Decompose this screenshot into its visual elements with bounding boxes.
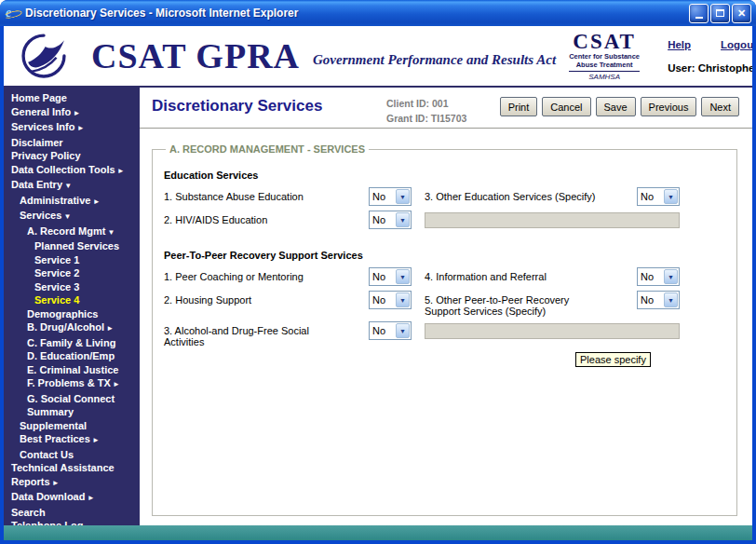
logout-link[interactable]: Logout bbox=[721, 39, 752, 50]
brand-subtitle: Government Performance and Results Act bbox=[313, 52, 556, 68]
sidebar-item-services[interactable]: Services ▼ bbox=[4, 209, 140, 224]
sidebar-item-label: Data Collection Tools bbox=[11, 164, 115, 175]
triangle-right-icon: ► bbox=[115, 167, 125, 175]
sidebar-item-planned-services[interactable]: Planned Services bbox=[4, 239, 140, 253]
cancel-button[interactable]: Cancel bbox=[542, 97, 590, 116]
sidebar-item-service-3[interactable]: Service 3 bbox=[4, 280, 140, 294]
sidebar-item-services-info[interactable]: Services Info ► bbox=[4, 120, 140, 136]
user-label: User: Christopher Shumway bbox=[668, 62, 752, 74]
sidebar-item-general-info[interactable]: General Info ► bbox=[4, 105, 140, 121]
sidebar-item-reports[interactable]: Reports ► bbox=[4, 475, 140, 491]
select-value: No bbox=[638, 268, 663, 285]
chevron-down-icon: ▼ bbox=[396, 269, 410, 284]
triangle-down-icon: ▼ bbox=[62, 182, 72, 190]
print-button[interactable]: Print bbox=[500, 97, 538, 116]
sidebar-item-data-collection-tools[interactable]: Data Collection Tools ► bbox=[4, 163, 140, 179]
titlebar[interactable]: e Discretionary Services - Microsoft Int… bbox=[0, 0, 756, 26]
sidebar-item-best-practices[interactable]: Best Practices ► bbox=[4, 432, 140, 448]
minimize-icon bbox=[695, 17, 703, 19]
triangle-right-icon: ► bbox=[90, 197, 100, 206]
sidebar-item-summary[interactable]: Summary bbox=[4, 405, 140, 419]
other-education-services-input bbox=[425, 212, 680, 228]
sidebar-item-a-record-mgmt[interactable]: A. Record Mgmt ▼ bbox=[4, 224, 140, 240]
sidebar-item-demographics[interactable]: Demographics bbox=[4, 307, 140, 321]
brand-logo: CSAT GPRA Government Performance and Res… bbox=[91, 41, 556, 71]
other-education-services-select[interactable]: No ▼ bbox=[637, 187, 680, 206]
sidebar-item-data-entry[interactable]: Data Entry ▼ bbox=[4, 178, 140, 194]
record-ids: Client ID: 001 Grant ID: TI15703 bbox=[386, 97, 466, 127]
sidebar-item-label: Contact Us bbox=[20, 449, 74, 460]
maximize-button[interactable] bbox=[710, 4, 730, 23]
triangle-right-icon: ► bbox=[85, 494, 94, 502]
app-header: CSAT GPRA Government Performance and Res… bbox=[4, 26, 752, 88]
triangle-right-icon: ► bbox=[90, 436, 100, 444]
triangle-right-icon: ► bbox=[74, 124, 84, 132]
internet-explorer-icon[interactable]: e bbox=[6, 6, 20, 20]
sidebar-item-administrative[interactable]: Administrative ► bbox=[4, 194, 140, 210]
other-peer-recovery-label: 5. Other Peer-to-Peer Recovery Support S… bbox=[425, 291, 594, 317]
sidebar-item-disclaimer[interactable]: Disclaimer bbox=[4, 136, 140, 150]
sidebar-item-c-family-living[interactable]: C. Family & Living bbox=[4, 336, 140, 350]
chevron-down-icon: ▼ bbox=[396, 212, 410, 227]
sidebar-item-search[interactable]: Search bbox=[4, 506, 140, 520]
triangle-right-icon: ► bbox=[104, 324, 114, 333]
browser-window: e Discretionary Services - Microsoft Int… bbox=[0, 0, 756, 544]
sidebar-item-supplemental[interactable]: Supplemental bbox=[4, 419, 140, 433]
sidebar-item-g-social-connect[interactable]: G. Social Connect bbox=[4, 392, 140, 406]
sidebar-item-b-drug-alcohol[interactable]: B. Drug/Alcohol ► bbox=[4, 320, 140, 336]
sidebar-item-service-2[interactable]: Service 2 bbox=[4, 266, 140, 280]
peer-recovery-group: Peer-To-Peer Recovery Support Services 1… bbox=[164, 250, 725, 367]
substance-abuse-education-select[interactable]: No ▼ bbox=[369, 187, 412, 206]
close-button[interactable]: ✕ bbox=[732, 4, 751, 23]
sidebar-item-privacy-policy[interactable]: Privacy Policy bbox=[4, 149, 140, 163]
sidebar-item-technical-assistance[interactable]: Technical Assistance bbox=[4, 461, 140, 475]
peer-coaching-select[interactable]: No ▼ bbox=[369, 267, 412, 286]
sidebar-item-label: B. Drug/Alcohol bbox=[27, 321, 104, 333]
chevron-down-icon: ▼ bbox=[396, 292, 410, 307]
previous-button[interactable]: Previous bbox=[641, 97, 697, 116]
sidebar-item-label: Privacy Policy bbox=[11, 150, 81, 161]
client-id-label: Client ID: 001 bbox=[386, 97, 466, 112]
sidebar-item-data-download[interactable]: Data Download ► bbox=[4, 490, 140, 506]
sidebar-item-label: Home Page bbox=[11, 92, 67, 103]
sidebar-item-service-1[interactable]: Service 1 bbox=[4, 253, 140, 267]
sidebar-item-label: Data Entry bbox=[11, 179, 62, 190]
next-button[interactable]: Next bbox=[701, 97, 739, 116]
housing-support-select[interactable]: No ▼ bbox=[369, 291, 412, 309]
triangle-down-icon: ▼ bbox=[61, 212, 71, 221]
minimize-button[interactable] bbox=[689, 4, 709, 23]
csat-seal-subtitle-line2: Abuse Treatment bbox=[556, 61, 653, 69]
window-body: CSAT GPRA Government Performance and Res… bbox=[4, 26, 752, 540]
content-area: Home PageGeneral Info ►Services Info ►Di… bbox=[4, 88, 752, 525]
education-services-heading: Education Services bbox=[164, 170, 680, 181]
information-referral-select[interactable]: No ▼ bbox=[637, 267, 680, 286]
hiv-aids-education-select[interactable]: No ▼ bbox=[369, 211, 412, 229]
sidebar-item-d-education-emp[interactable]: D. Education/Emp bbox=[4, 349, 140, 363]
sidebar-item-home-page[interactable]: Home Page bbox=[4, 91, 140, 105]
other-peer-recovery-select[interactable]: No ▼ bbox=[637, 291, 680, 309]
sidebar-item-label: General Info bbox=[11, 106, 71, 117]
help-link[interactable]: Help bbox=[668, 39, 691, 50]
toolbar: PrintCancelSavePreviousNext bbox=[500, 97, 739, 116]
sidebar-item-f-problems-tx[interactable]: F. Problems & TX ► bbox=[4, 376, 140, 392]
other-education-services-label: 3. Other Education Services (Specify) bbox=[425, 187, 637, 202]
section-legend: A. RECORD MANAGEMENT - SERVICES bbox=[166, 143, 369, 155]
other-peer-recovery-input bbox=[425, 323, 680, 339]
sidebar-item-telephone-log[interactable]: Telephone Log bbox=[4, 519, 140, 525]
sidebar-item-service-4[interactable]: Service 4 bbox=[4, 293, 140, 307]
save-button[interactable]: Save bbox=[596, 97, 636, 116]
sidebar-item-label: Reports bbox=[11, 476, 50, 487]
maximize-icon bbox=[716, 9, 724, 17]
select-value: No bbox=[638, 292, 663, 308]
information-referral-label: 4. Information and Referral bbox=[425, 267, 637, 282]
sidebar-item-contact-us[interactable]: Contact Us bbox=[4, 448, 140, 462]
alcohol-drug-free-social-select[interactable]: No ▼ bbox=[369, 321, 412, 340]
please-specify-tooltip: Please specify bbox=[575, 352, 651, 367]
sidebar-item-label: Services Info bbox=[11, 121, 74, 132]
sidebar-item-e-criminal-justice[interactable]: E. Criminal Justice bbox=[4, 363, 140, 377]
select-value: No bbox=[638, 188, 663, 205]
chevron-down-icon: ▼ bbox=[664, 269, 678, 284]
brand-title: CSAT GPRA bbox=[91, 41, 300, 71]
sidebar-item-label: Service 4 bbox=[34, 294, 79, 306]
sidebar-item-label: Service 1 bbox=[34, 254, 79, 265]
